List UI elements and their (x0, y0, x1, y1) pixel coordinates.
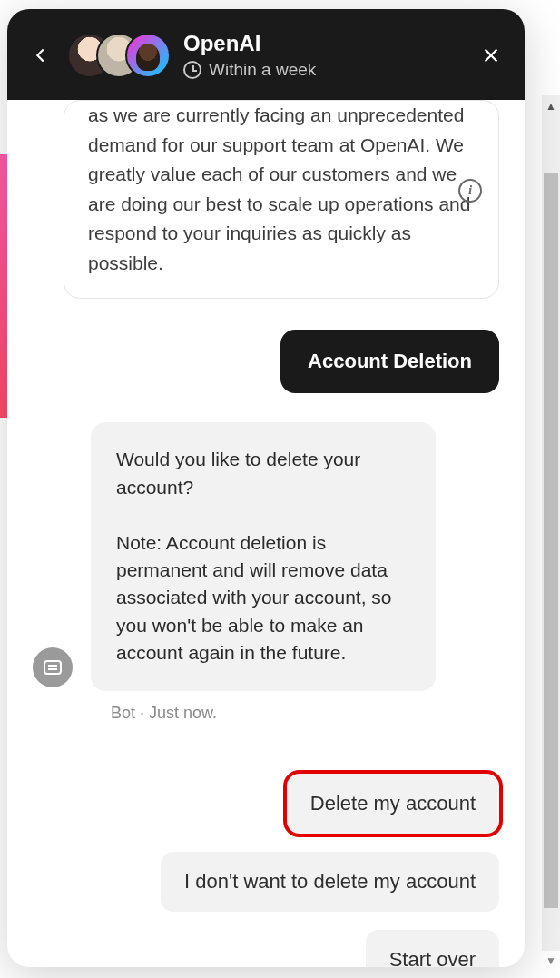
bot-message-row: Would you like to delete your account? N… (33, 422, 499, 691)
chat-body: as we are currently facing an unpreceden… (7, 100, 525, 967)
assistant-message-text: as we are currently facing an unpreceden… (88, 104, 470, 273)
chat-subtitle: Within a week (209, 60, 316, 80)
scroll-up-arrow[interactable]: ▲ (544, 100, 558, 114)
bot-icon (42, 657, 64, 678)
header-titles: OpenAI Within a week (183, 31, 465, 80)
chat-widget: OpenAI Within a week as we are currently… (7, 9, 525, 967)
user-message-text: Account Deletion (308, 350, 472, 372)
info-button[interactable]: i (458, 179, 482, 203)
chat-subtitle-row: Within a week (183, 60, 465, 80)
avatar (125, 33, 171, 78)
bot-message-line1: Would you like to delete your account? (116, 446, 410, 501)
quick-reply-dont-delete[interactable]: I don't want to delete my account (161, 852, 499, 912)
close-button[interactable] (477, 42, 505, 69)
info-icon: i (468, 180, 472, 201)
agent-avatars (67, 33, 171, 78)
quick-reply-delete-account[interactable]: Delete my account (287, 774, 499, 834)
bot-meta: Bot · Just now. (111, 704, 499, 723)
close-icon (481, 45, 501, 65)
quick-replies: Delete my account I don't want to delete… (33, 774, 499, 967)
clock-icon (183, 61, 201, 79)
chevron-left-icon (31, 45, 51, 65)
assistant-message: as we are currently facing an unpreceden… (64, 100, 499, 299)
bot-avatar (33, 647, 73, 687)
bot-message-line2: Note: Account deletion is permanent and … (116, 529, 410, 667)
bot-message: Would you like to delete your account? N… (91, 422, 436, 691)
page-scrollbar-thumb[interactable] (544, 173, 558, 908)
chat-header: OpenAI Within a week (7, 9, 525, 100)
svg-rect-2 (44, 661, 61, 674)
user-message: Account Deletion (280, 330, 499, 393)
back-button[interactable] (27, 42, 54, 69)
chat-title: OpenAI (183, 31, 465, 56)
quick-reply-start-over[interactable]: Start over (366, 930, 499, 967)
scroll-down-arrow[interactable]: ▼ (544, 954, 558, 969)
